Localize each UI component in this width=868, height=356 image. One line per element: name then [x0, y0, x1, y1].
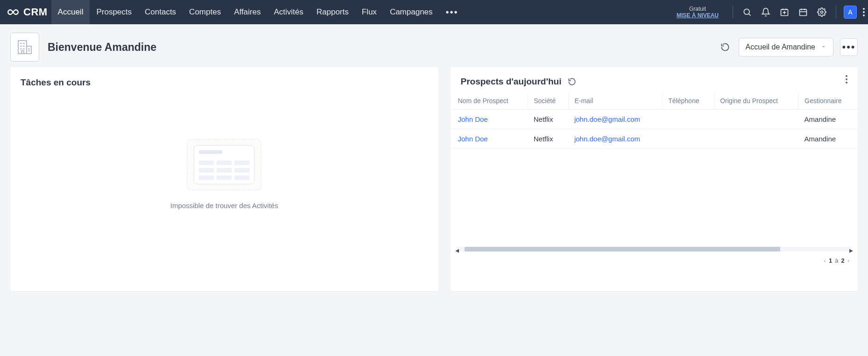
nav-item-accueil[interactable]: Accueil — [51, 0, 90, 24]
svg-point-0 — [744, 9, 749, 14]
calendar-icon[interactable] — [794, 3, 812, 21]
prospects-refresh-button[interactable] — [566, 76, 578, 88]
col-phone[interactable]: Téléphone — [663, 92, 714, 110]
pager-sep: à — [835, 257, 838, 264]
svg-point-12 — [863, 8, 865, 10]
right-edge-more-icon[interactable] — [860, 3, 868, 21]
prospects-table: Nom de Prospect Société E-mail Téléphone… — [451, 92, 858, 149]
nav-item-activites[interactable]: Activités — [267, 0, 310, 24]
empty-illustration-icon — [187, 139, 261, 190]
avatar[interactable]: A — [844, 6, 857, 19]
cell-phone — [663, 110, 714, 129]
subheader-actions: Accueil de Amandine ••• — [718, 38, 858, 56]
upgrade-link[interactable]: MISE À NIVEAU — [677, 12, 719, 19]
plan-label: Gratuit — [677, 6, 719, 12]
col-owner[interactable]: Gestionnaire — [799, 92, 858, 110]
prospects-panel-title: Prospects d'aujourd'hui — [461, 77, 562, 87]
nav-more-button[interactable]: ••• — [439, 0, 465, 24]
prospect-email-link[interactable]: john.doe@gmail.com — [574, 115, 640, 123]
subheader: Bienvenue Amandine Accueil de Amandine •… — [0, 24, 868, 67]
pager-prev-button[interactable]: ‹ — [824, 257, 826, 264]
tasks-panel-title: Tâches en cours — [21, 77, 428, 88]
table-header-row: Nom de Prospect Société E-mail Téléphone… — [451, 92, 858, 110]
brand-logo[interactable]: CRM — [7, 6, 48, 18]
pager: ‹ 1 à 2 › — [451, 255, 858, 264]
cell-owner: Amandine — [799, 129, 858, 149]
col-email[interactable]: E-mail — [569, 92, 663, 110]
scroll-left-arrow-icon[interactable]: ◂ — [455, 246, 459, 255]
company-tile-icon[interactable] — [10, 33, 39, 62]
col-company[interactable]: Société — [528, 92, 569, 110]
cell-company: Netflix — [528, 129, 569, 149]
nav-item-rapports[interactable]: Rapports — [310, 0, 355, 24]
svg-point-27 — [846, 78, 847, 80]
svg-point-11 — [821, 11, 823, 14]
svg-rect-23 — [21, 51, 24, 54]
separator — [733, 6, 733, 19]
svg-point-13 — [863, 11, 865, 13]
pager-current: 1 — [829, 257, 832, 264]
separator — [836, 6, 836, 19]
svg-point-28 — [846, 82, 847, 84]
pager-next-button[interactable]: › — [847, 257, 849, 264]
svg-rect-15 — [18, 41, 27, 54]
col-prospect-name[interactable]: Nom de Prospect — [451, 92, 528, 110]
refresh-button[interactable] — [718, 40, 732, 54]
prospects-panel: Prospects d'aujourd'hui Nom de Prospect … — [451, 67, 858, 291]
cell-owner: Amandine — [799, 110, 858, 129]
brand-text: CRM — [23, 6, 48, 18]
topbar-right: Gratuit MISE À NIVEAU A — [677, 0, 868, 24]
chevron-down-icon — [821, 43, 826, 51]
col-origin[interactable]: Origine du Prospect — [714, 92, 799, 110]
prospect-email-link[interactable]: john.doe@gmail.com — [574, 135, 640, 143]
add-icon[interactable] — [775, 3, 794, 21]
nav-item-contacts[interactable]: Contacts — [138, 0, 183, 24]
view-selector[interactable]: Accueil de Amandine — [739, 38, 833, 56]
prospects-panel-more-button[interactable] — [840, 73, 853, 86]
table-row[interactable]: John Doe Netflix john.doe@gmail.com Aman… — [451, 129, 858, 149]
cell-phone — [663, 129, 714, 149]
topbar: CRM Accueil Prospects Contacts Comptes A… — [0, 0, 868, 24]
svg-rect-16 — [27, 46, 31, 54]
pager-total: 2 — [841, 257, 844, 264]
prospects-table-container: Nom de Prospect Société E-mail Téléphone… — [451, 92, 858, 149]
nav-item-flux[interactable]: Flux — [355, 0, 383, 24]
page-title: Bienvenue Amandine — [48, 41, 156, 54]
search-icon[interactable] — [738, 3, 756, 21]
scrollbar-thumb[interactable] — [465, 247, 780, 251]
nav-item-affaires[interactable]: Affaires — [227, 0, 267, 24]
horizontal-scrollbar[interactable]: ◂ ▸ — [457, 247, 852, 251]
svg-line-1 — [749, 14, 751, 16]
tasks-panel: Tâches en cours Impossible de trouver de… — [10, 67, 438, 291]
brand-infinity-icon — [7, 7, 20, 17]
nav-item-campagnes[interactable]: Campagnes — [383, 0, 439, 24]
cell-origin — [714, 129, 799, 149]
content-grid: Tâches en cours Impossible de trouver de… — [0, 67, 868, 301]
view-selector-label: Accueil de Amandine — [746, 43, 815, 51]
svg-point-14 — [863, 14, 865, 16]
svg-point-26 — [846, 75, 847, 77]
nav-item-prospects[interactable]: Prospects — [90, 0, 138, 24]
nav-item-comptes[interactable]: Comptes — [183, 0, 227, 24]
bell-icon[interactable] — [756, 3, 775, 21]
empty-state-message: Impossible de trouver des Activités — [170, 202, 278, 209]
prospect-name-link[interactable]: John Doe — [458, 135, 488, 143]
panel-more-button[interactable]: ••• — [840, 38, 858, 56]
prospect-name-link[interactable]: John Doe — [458, 115, 488, 123]
scroll-right-arrow-icon[interactable]: ▸ — [849, 246, 853, 255]
main-nav: Accueil Prospects Contacts Comptes Affai… — [51, 0, 465, 24]
svg-rect-7 — [800, 9, 807, 15]
upgrade-block: Gratuit MISE À NIVEAU — [677, 6, 719, 19]
empty-state: Impossible de trouver des Activités — [21, 139, 428, 209]
table-row[interactable]: John Doe Netflix john.doe@gmail.com Aman… — [451, 110, 858, 129]
gear-icon[interactable] — [812, 3, 831, 21]
cell-origin — [714, 110, 799, 129]
cell-company: Netflix — [528, 110, 569, 129]
